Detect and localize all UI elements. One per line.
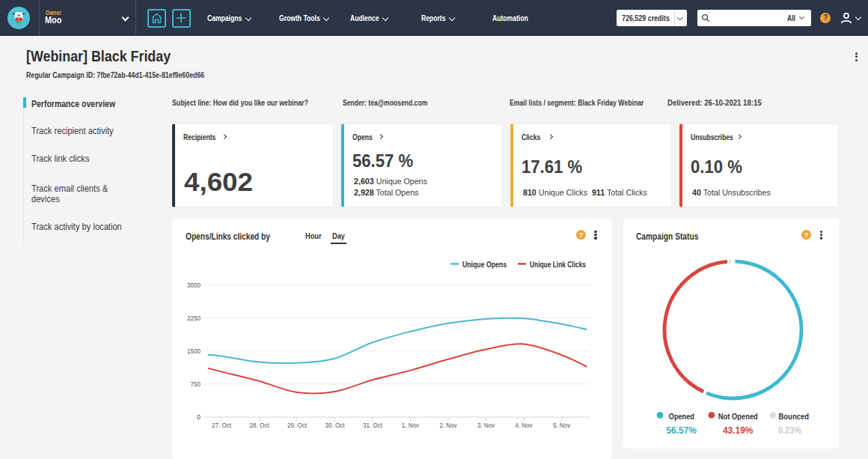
svg-text:Opened: Opened — [669, 412, 694, 421]
svg-text:3000: 3000 — [187, 282, 201, 289]
svg-text:29. Oct: 29. Oct — [287, 422, 307, 429]
svg-text:2. Nov: 2. Nov — [440, 422, 457, 429]
svg-text:750: 750 — [191, 380, 201, 388]
svg-text:3. Nov: 3. Nov — [477, 422, 495, 429]
svg-text:28. Oct: 28. Oct — [250, 422, 269, 429]
svg-text:43.19%: 43.19% — [723, 425, 753, 436]
svg-text:56.57%: 56.57% — [667, 425, 697, 436]
svg-text:4. Nov: 4. Nov — [516, 422, 533, 429]
svg-text:Unique Link Clicks: Unique Link Clicks — [530, 260, 586, 269]
svg-text:31. Oct: 31. Oct — [363, 422, 382, 429]
svg-text:Unique Opens: Unique Opens — [462, 260, 507, 269]
svg-text:Not Opened: Not Opened — [718, 412, 758, 421]
svg-text:2250: 2250 — [187, 314, 201, 322]
svg-text:30. Oct: 30. Oct — [326, 422, 345, 429]
svg-text:0: 0 — [197, 413, 201, 421]
svg-text:1500: 1500 — [187, 347, 201, 355]
svg-text:0.23%: 0.23% — [778, 425, 801, 436]
svg-text:1. Nov: 1. Nov — [402, 422, 419, 429]
svg-text:5. Nov: 5. Nov — [553, 422, 570, 429]
svg-text:27. Oct: 27. Oct — [212, 422, 231, 429]
svg-text:Bounced: Bounced — [779, 412, 810, 421]
